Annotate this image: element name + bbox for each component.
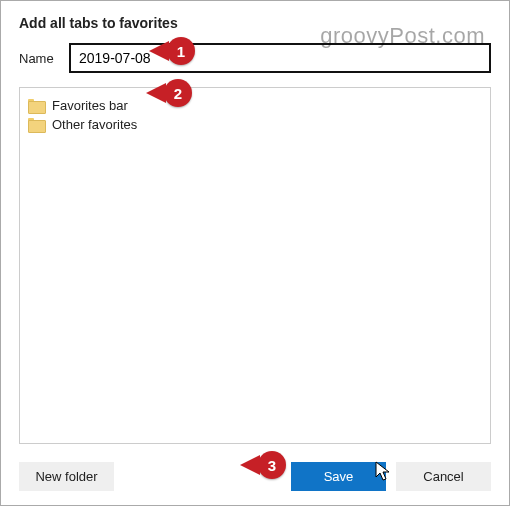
name-row: Name (19, 43, 491, 73)
name-label: Name (19, 51, 69, 66)
folder-label: Other favorites (52, 117, 137, 132)
cancel-button[interactable]: Cancel (396, 462, 491, 491)
new-folder-button[interactable]: New folder (19, 462, 114, 491)
folder-tree[interactable]: Favorites bar Other favorites (19, 87, 491, 444)
button-row: New folder Save Cancel (19, 462, 491, 491)
folder-item[interactable]: Other favorites (26, 115, 484, 134)
add-favorites-dialog: Add all tabs to favorites Name Favorites… (1, 1, 509, 505)
name-input[interactable] (69, 43, 491, 73)
folder-item[interactable]: Favorites bar (26, 96, 484, 115)
dialog-title: Add all tabs to favorites (19, 15, 491, 31)
save-button[interactable]: Save (291, 462, 386, 491)
folder-icon (28, 99, 44, 112)
folder-icon (28, 118, 44, 131)
folder-label: Favorites bar (52, 98, 128, 113)
